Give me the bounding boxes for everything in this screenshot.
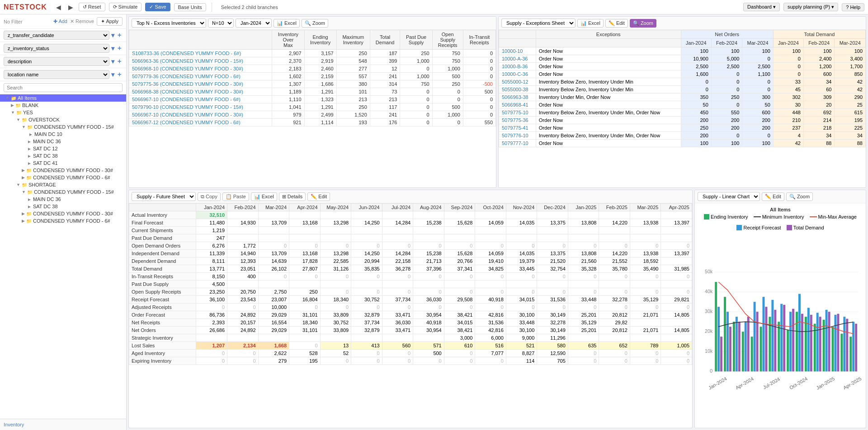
future-cell: 0 (506, 273, 537, 280)
add-z-transfer-icon[interactable]: ▾ (111, 32, 114, 39)
add-description-icon[interactable]: ▾ (111, 58, 114, 65)
linear-chart-zoom-btn[interactable]: 🔍 Zoom (786, 192, 813, 201)
list-item: 5079775-41 Order Now 250 200 200 237 218… (499, 124, 866, 132)
tree-item-overstock[interactable]: ▼ 📁 OVERSTOCK (0, 116, 126, 123)
z-transfer-select[interactable]: z_transfer_candidate (4, 31, 109, 40)
exc-row-id[interactable]: 10000-B-36 (499, 63, 536, 70)
add-filter-icon-3[interactable]: ＋ (116, 57, 123, 65)
legend-ending-inv: Ending Inventory (704, 214, 748, 220)
future-cell: 0 (599, 357, 630, 365)
exc-row-id[interactable]: 5066963-38 (499, 93, 536, 101)
future-cell: 3,000 (444, 334, 475, 342)
tree-item-sat-dc-12[interactable]: ► SAT DC 12 (0, 145, 126, 152)
dashboard-button[interactable]: Dashboard ▾ (743, 3, 780, 11)
tree-item-sat-dc-41[interactable]: ► SAT DC 41 (0, 159, 126, 167)
future-sheet-content[interactable]: Jan-2024Feb-2024Mar-2024Apr-2024May-2024… (129, 203, 692, 428)
legend-box-ending (704, 214, 709, 220)
row-id[interactable]: 5079790-10 (CONDENSED YUMMY FOOD - 15#) (129, 103, 272, 111)
tree-item-shortage-cond-30[interactable]: ▶ 📁 CONDENSED YUMMY FOOD - 30# (0, 210, 126, 217)
exc-row-id[interactable]: 10000-10 (499, 47, 536, 55)
future-sheet-title-select[interactable]: Supply - Future Sheet (132, 192, 196, 201)
row-id[interactable]: 5066963-36 (CONDENSED YUMMY FOOD - 15#) (129, 57, 272, 65)
copy-button[interactable]: ⧉ Copy (198, 192, 221, 201)
z-inventory-select[interactable]: z_inventory_status (4, 44, 109, 53)
search-input[interactable] (4, 83, 123, 92)
tree-item-blank[interactable]: ▶ 📁 BLANK (0, 102, 126, 109)
back-button[interactable]: ◀ (54, 3, 63, 12)
exc-row-id[interactable]: 10000-C-36 (499, 70, 536, 78)
exc-row-id[interactable]: 5055000-38 (499, 86, 536, 93)
row-id[interactable]: S108733-36 (CONDENSED YUMMY FOOD - 6#) (129, 50, 272, 57)
top-excess-zoom-btn[interactable]: 🔍 Zoom (302, 19, 328, 28)
row-id[interactable]: 5079775-36 (CONDENSED YUMMY FOOD - 30#) (129, 80, 272, 88)
future-edit-btn[interactable]: ✏️ Edit (307, 192, 330, 201)
details-button[interactable]: ⊞ Details (279, 192, 306, 201)
tree-item-shortage-sat-dc-38[interactable]: ► SAT DC 38 (0, 203, 126, 210)
add-filter-icon-2[interactable]: ＋ (116, 44, 123, 52)
add-z-inventory-icon[interactable]: ▾ (111, 45, 114, 52)
future-cell: 31,536 (537, 296, 568, 304)
top-excess-excel-btn[interactable]: 📊 Excel (274, 19, 300, 28)
exceptions-zoom-btn[interactable]: 🔍 Zoom (630, 19, 656, 28)
add-filter-icon-1[interactable]: ＋ (116, 31, 123, 39)
exceptions-title-select[interactable]: Supply - Exceptions Sheet (501, 19, 576, 28)
tree-item-cond-30[interactable]: ▶ 📁 CONDENSED YUMMY FOOD - 30# (0, 167, 126, 174)
exc-row-id[interactable]: 5079776-10 (499, 132, 536, 140)
tree-item-shortage-cond-15[interactable]: ▼ 📁 CONDENSED YUMMY FOOD - 15# (0, 188, 126, 196)
reset-button[interactable]: ↺ Reset (79, 3, 105, 11)
folder-cond-15: 📁 (27, 125, 33, 130)
exc-row-id[interactable]: 5079777-10 (499, 140, 536, 147)
supply-planning-button[interactable]: supply planning (P) ▾ (783, 3, 838, 11)
help-button[interactable]: ? Help (842, 3, 864, 11)
description-select[interactable]: description (4, 57, 109, 66)
add-location-icon[interactable]: ▾ (111, 71, 114, 78)
add-filter-icon-4[interactable]: ＋ (116, 70, 123, 79)
forward-button[interactable]: ▶ (66, 3, 75, 12)
exc-row-id[interactable]: 5079775-41 (499, 124, 536, 132)
location-select[interactable]: location name (4, 70, 109, 79)
exc-row-id[interactable]: 5055000-12 (499, 78, 536, 86)
exc-row-id[interactable]: 10000-A-36 (499, 55, 536, 63)
n-select[interactable]: N=10 (208, 19, 234, 28)
tree-item-main-dc-10[interactable]: ► MAIN DC 10 (0, 131, 126, 138)
future-cell: 86,736 (196, 311, 227, 319)
future-cell (630, 319, 661, 327)
linear-chart-title-select[interactable]: Supply - Linear Chart (698, 192, 760, 201)
row-id[interactable]: 5066967-12 (CONDENSED YUMMY FOOD - 6#) (129, 119, 272, 126)
base-units-button[interactable]: Base Units (174, 3, 206, 11)
tree-item-main-dc-36[interactable]: ► MAIN DC 36 (0, 138, 126, 145)
top-excess-title-select[interactable]: Top N - Excess Inventories (132, 19, 206, 28)
row-id[interactable]: 5079779-36 (CONDENSED YUMMY FOOD - 6#) (129, 73, 272, 80)
paste-button[interactable]: 📋 Paste (222, 192, 249, 201)
add-filter-button[interactable]: ✚ Add (53, 19, 67, 24)
tree-item-cond-15[interactable]: ▼ 📁 CONDENSED YUMMY FOOD - 15# (0, 123, 126, 131)
save-button[interactable]: ✓ Save (145, 3, 170, 11)
date-select[interactable]: Jan-2024 (236, 19, 272, 28)
th-feb24-no: Feb-2024 (711, 39, 742, 47)
simulate-button[interactable]: ⟳ Simulate (109, 3, 142, 11)
remove-filter-button[interactable]: ✕ Remove (70, 19, 94, 24)
exceptions-excel-btn[interactable]: 📊 Excel (577, 19, 604, 28)
linear-chart-edit-btn[interactable]: ✏️ Edit (762, 192, 784, 201)
row-id[interactable]: 5066968-38 (CONDENSED YUMMY FOOD - 30#) (129, 88, 272, 96)
tree-item-cond-6[interactable]: ▶ 📁 CONDENSED YUMMY FOOD - 6# (0, 174, 126, 181)
row-id[interactable]: 5066968-10 (CONDENSED YUMMY FOOD - 30#) (129, 65, 272, 73)
exc-row-id[interactable]: 5066968-41 (499, 101, 536, 109)
apply-filter-button[interactable]: ✦ Apply (97, 17, 123, 26)
tree-item-all-items[interactable]: ▼ 📁 All Items (0, 94, 126, 102)
future-cell: 1,005 (661, 342, 692, 350)
tree-item-sat-dc-38[interactable]: ► SAT DC 38 (0, 152, 126, 159)
exc-row-id[interactable]: 5079775-10 (499, 109, 536, 117)
tree-item-shortage-cond-6[interactable]: ▶ 📁 CONDENSED YUMMY FOOD - 6# (0, 217, 126, 224)
tree-item-yes[interactable]: ▼ 📁 YES (0, 109, 126, 116)
row-id[interactable]: 5066967-10 (CONDENSED YUMMY FOOD - 6#) (129, 96, 272, 103)
exc-row-id[interactable]: 5079775-36 (499, 117, 536, 124)
row-id[interactable]: 5066967-10 (CONDENSED YUMMY FOOD - 30#) (129, 111, 272, 119)
tree-item-shortage-main-dc-36[interactable]: ► MAIN DC 36 (0, 196, 126, 203)
inventory-tab[interactable]: Inventory (4, 422, 24, 427)
filter-z-transfer: z_transfer_candidate ▾ ＋ (0, 29, 126, 42)
exceptions-edit-btn[interactable]: ✏️ Edit (605, 19, 628, 28)
tree-item-shortage[interactable]: ▼ 📁 SHORTAGE (0, 181, 126, 188)
future-excel-btn[interactable]: 📊 Excel (251, 192, 277, 201)
future-cell: 0 (351, 350, 382, 357)
